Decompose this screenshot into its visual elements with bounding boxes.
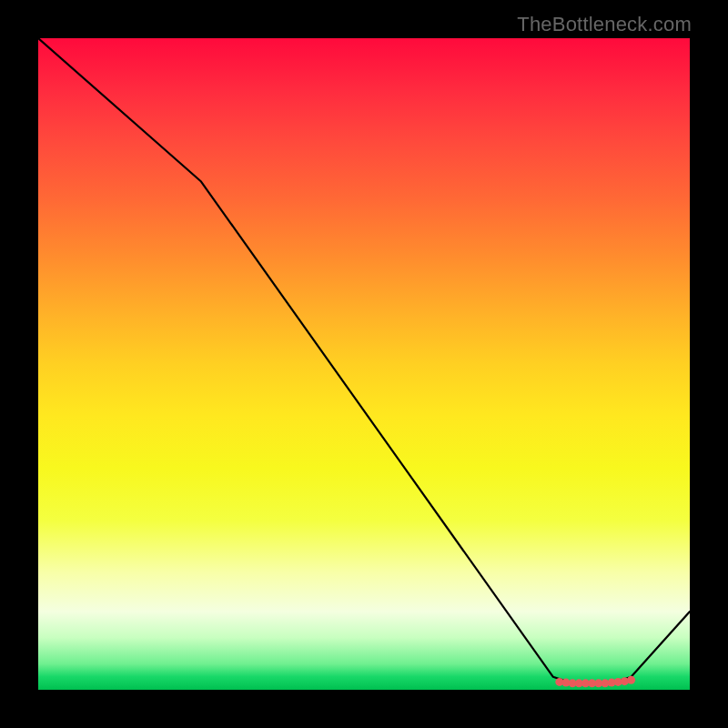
chart-frame: TheBottleneck.com xyxy=(0,0,728,728)
plot-area xyxy=(38,38,690,690)
watermark-text: TheBottleneck.com xyxy=(517,13,692,36)
